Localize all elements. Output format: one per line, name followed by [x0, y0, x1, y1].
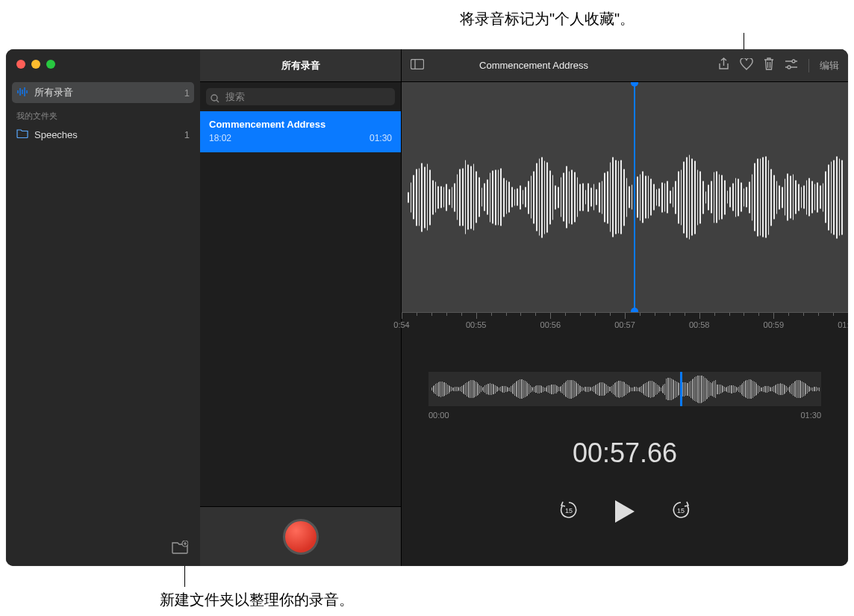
toolbar-title: Commencement Address	[360, 60, 708, 71]
sidebar: 所有录音 1 我的文件夹 Speeches 1	[6, 49, 200, 566]
callout-newfolder: 新建文件夹以整理你的录音。	[160, 590, 354, 610]
search-icon	[211, 93, 219, 106]
play-icon[interactable]	[614, 499, 636, 524]
all-recordings-icon	[16, 87, 28, 99]
search-input[interactable]	[206, 88, 395, 105]
app-window: 所有录音 1 我的文件夹 Speeches 1 所有录音 Commencemen…	[6, 49, 848, 566]
recording-time: 18:02	[209, 133, 231, 143]
sidebar-folder-label: Speeches	[34, 129, 78, 140]
tick-label: 00:55	[466, 320, 487, 329]
sidebar-all-label: 所有录音	[34, 86, 73, 99]
callout-line-newfolder	[184, 566, 185, 587]
svg-text:15: 15	[677, 507, 685, 514]
share-icon[interactable]	[718, 57, 729, 74]
skip-back-icon[interactable]: 15	[558, 500, 579, 523]
callout-favorite: 将录音标记为"个人收藏"。	[460, 9, 635, 29]
tick-label: 0:54	[393, 320, 409, 329]
folder-icon	[16, 128, 28, 140]
toolbar-separator	[808, 59, 809, 72]
svg-text:15: 15	[565, 507, 573, 514]
toolbar: Commencement Address 编辑	[402, 49, 848, 82]
sidebar-all-count: 1	[184, 87, 190, 99]
minimize-button[interactable]	[31, 60, 40, 69]
edit-button[interactable]: 编辑	[820, 59, 839, 72]
waveform-overview[interactable]: 00:00 01:30	[428, 372, 821, 417]
window-controls	[16, 60, 55, 69]
close-button[interactable]	[16, 60, 25, 69]
timeline-ruler: 0:5400:5500:5600:5700:5800:5901:00	[402, 312, 848, 342]
svg-point-15	[788, 66, 791, 69]
sidebar-folder-speeches[interactable]: Speeches 1	[6, 125, 200, 144]
tick-label: 00:56	[540, 320, 561, 329]
tick-label: 01:00	[838, 320, 848, 329]
recordings-list: 所有录音 Commencement Address 18:02 01:30	[200, 49, 402, 566]
time-readout: 00:57.66	[402, 438, 848, 469]
settings-icon[interactable]	[785, 59, 798, 72]
overview-start: 00:00	[428, 411, 449, 420]
tick-label: 00:59	[764, 320, 785, 329]
main-panel: Commencement Address 编辑 0:5400:5500:5600…	[402, 49, 848, 566]
svg-point-13	[792, 60, 795, 63]
tick-label: 00:58	[689, 320, 710, 329]
record-button[interactable]	[283, 519, 319, 555]
playback-controls: 15 15	[402, 499, 848, 524]
favorite-icon[interactable]	[740, 58, 753, 73]
waveform-main[interactable]	[402, 82, 848, 312]
recording-title: Commencement Address	[209, 119, 392, 130]
trash-icon[interactable]	[764, 57, 774, 73]
sidebar-myfolders-header: 我的文件夹	[6, 103, 200, 125]
svg-line-9	[216, 100, 219, 102]
recording-item[interactable]: Commencement Address 18:02 01:30	[200, 111, 401, 152]
overview-end: 01:30	[800, 411, 821, 420]
sidebar-item-all-recordings[interactable]: 所有录音 1	[12, 82, 194, 103]
new-folder-icon[interactable]	[172, 541, 188, 557]
playhead-overview[interactable]	[680, 372, 682, 406]
playhead-main[interactable]	[634, 82, 635, 312]
tick-label: 00:57	[614, 320, 635, 329]
recording-duration: 01:30	[370, 133, 392, 143]
sidebar-folder-count: 1	[184, 129, 190, 140]
skip-forward-icon[interactable]: 15	[670, 500, 691, 523]
svg-point-8	[211, 95, 217, 101]
maximize-button[interactable]	[46, 60, 55, 69]
